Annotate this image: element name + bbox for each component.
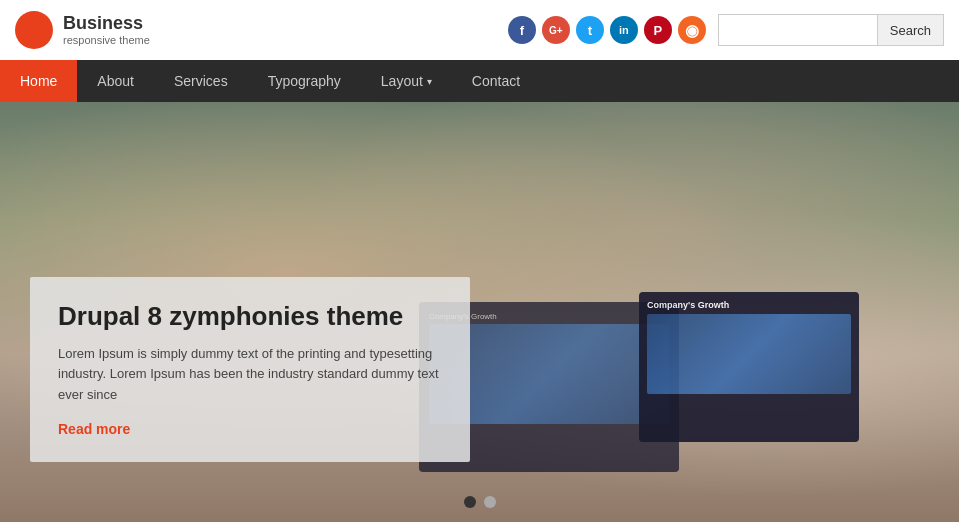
nav-item-about[interactable]: About bbox=[77, 60, 154, 102]
nav-item-services[interactable]: Services bbox=[154, 60, 248, 102]
hero-content-box: Drupal 8 zymphonies theme Lorem Ipsum is… bbox=[30, 277, 470, 462]
slider-dot-2[interactable] bbox=[484, 496, 496, 508]
slider-dots bbox=[464, 496, 496, 508]
logo-business-label: Business bbox=[63, 13, 150, 35]
screen-right: Company's Growth bbox=[639, 292, 859, 442]
slider-dot-1[interactable] bbox=[464, 496, 476, 508]
nav-item-contact[interactable]: Contact bbox=[452, 60, 540, 102]
nav-item-home[interactable]: Home bbox=[0, 60, 77, 102]
logo-text: Business responsive theme bbox=[63, 13, 150, 48]
header-right: f G+ t in P ◉ Search bbox=[508, 14, 944, 46]
logo-sub-label: responsive theme bbox=[63, 34, 150, 47]
nav-item-layout[interactable]: Layout bbox=[361, 60, 452, 102]
rss-icon[interactable]: ◉ bbox=[678, 16, 706, 44]
google-plus-icon[interactable]: G+ bbox=[542, 16, 570, 44]
header: Business responsive theme f G+ t in P ◉ … bbox=[0, 0, 959, 60]
screen-title: Company's Growth bbox=[647, 300, 851, 310]
screen-map-graphic bbox=[647, 314, 851, 394]
hero-slider: Company's Growth Company's Growth Drupal… bbox=[0, 102, 959, 522]
hero-description: Lorem Ipsum is simply dummy text of the … bbox=[58, 344, 442, 406]
navbar: Home About Services Typography Layout Co… bbox=[0, 60, 959, 102]
search-input[interactable] bbox=[718, 14, 878, 46]
social-icons: f G+ t in P ◉ bbox=[508, 16, 706, 44]
search-button[interactable]: Search bbox=[878, 14, 944, 46]
hero-title: Drupal 8 zymphonies theme bbox=[58, 301, 442, 332]
twitter-icon[interactable]: t bbox=[576, 16, 604, 44]
linkedin-icon[interactable]: in bbox=[610, 16, 638, 44]
logo-area: Business responsive theme bbox=[15, 11, 150, 49]
nav-item-typography[interactable]: Typography bbox=[248, 60, 361, 102]
read-more-link[interactable]: Read more bbox=[58, 421, 130, 437]
pinterest-icon[interactable]: P bbox=[644, 16, 672, 44]
search-area: Search bbox=[718, 14, 944, 46]
facebook-icon[interactable]: f bbox=[508, 16, 536, 44]
logo-icon bbox=[15, 11, 53, 49]
